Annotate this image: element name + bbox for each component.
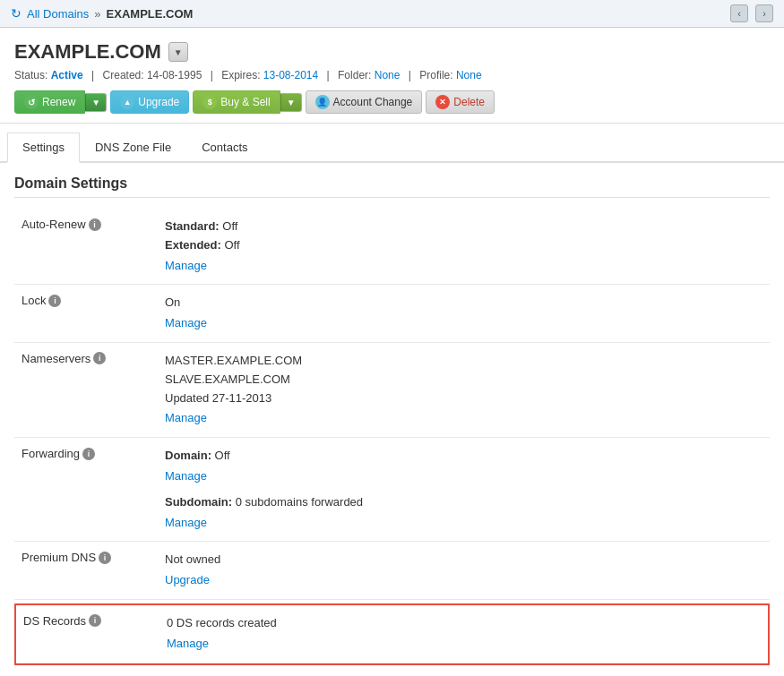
nameservers-manage-link[interactable]: Manage <box>165 409 762 428</box>
ds-records-label-cell: DS Records i <box>16 605 159 663</box>
domain-title-row: EXAMPLE.COM ▼ <box>14 40 770 64</box>
forwarding-label-cell: Forwarding i <box>14 438 158 542</box>
forwarding-info-icon[interactable]: i <box>82 448 95 460</box>
renew-button-group: ↺ Renew ▼ <box>14 90 107 114</box>
top-nav-bar: ↻ All Domains » EXAMPLE.COM ‹ › <box>0 0 784 28</box>
settings-table: Auto-Renew i Standard: Off Extended: Off… <box>14 209 770 676</box>
host-names-label-cell: Host Names i <box>14 669 158 676</box>
premium-dns-value-cell: Not owned Upgrade <box>158 542 770 600</box>
ds-records-label: DS Records i <box>23 614 152 628</box>
table-row: Auto-Renew i Standard: Off Extended: Off… <box>14 209 770 285</box>
domain-settings-section: Domain Settings Auto-Renew i Standard: O… <box>0 163 784 676</box>
expires-value[interactable]: 13-08-2014 <box>263 69 318 81</box>
forwarding-label: Forwarding i <box>22 447 151 460</box>
ds-records-info-icon[interactable]: i <box>89 614 101 627</box>
account-change-button[interactable]: 👤 Account Change <box>306 90 423 114</box>
premium-dns-info-icon[interactable]: i <box>99 552 111 564</box>
next-arrow-button[interactable]: › <box>755 4 773 22</box>
premium-dns-value: Not owned Upgrade <box>165 551 762 590</box>
domain-title: EXAMPLE.COM <box>14 40 161 64</box>
domain-settings-title: Domain Settings <box>14 175 770 198</box>
profile-value[interactable]: None <box>456 69 482 81</box>
prev-arrow-button[interactable]: ‹ <box>730 4 748 22</box>
breadcrumb-separator: » <box>94 7 100 21</box>
table-row: Lock i On Manage <box>14 285 770 343</box>
forwarding-subdomain-manage-link[interactable]: Manage <box>165 514 762 533</box>
profile-label: Profile: <box>419 69 452 81</box>
nameservers-value-cell: MASTER.EXAMPLE.COM SLAVE.EXAMPLE.COM Upd… <box>158 342 770 437</box>
table-row: Premium DNS i Not owned Upgrade <box>14 542 770 600</box>
domain-header: EXAMPLE.COM ▼ Status: Active | Created: … <box>0 28 784 124</box>
auto-renew-value: Standard: Off Extended: Off Manage <box>165 218 762 275</box>
table-row: Nameservers i MASTER.EXAMPLE.COM SLAVE.E… <box>14 342 770 437</box>
forwarding-value-cell: Domain: Off Manage Subdomain: 0 subdomai… <box>158 438 770 542</box>
premium-dns-upgrade-link[interactable]: Upgrade <box>165 571 762 590</box>
created-label: Created: <box>103 69 144 81</box>
buy-sell-button-group: $ Buy & Sell ▼ <box>193 90 301 114</box>
buy-sell-icon: $ <box>202 95 217 109</box>
status-label: Status: <box>14 69 47 81</box>
lock-label-cell: Lock i <box>14 285 158 343</box>
auto-renew-label-cell: Auto-Renew i <box>14 209 158 285</box>
folder-value[interactable]: None <box>375 69 401 81</box>
auto-renew-label: Auto-Renew i <box>22 218 151 231</box>
nav-arrows: ‹ › <box>730 4 773 22</box>
tab-contacts[interactable]: Contacts <box>186 133 263 163</box>
domain-dropdown-button[interactable]: ▼ <box>168 42 188 62</box>
ds-records-value-cell: 0 DS records created Manage <box>159 605 768 663</box>
tab-dns-zone-file[interactable]: DNS Zone File <box>80 133 186 163</box>
host-names-value-cell: 2 hostnames created Manage <box>158 669 770 676</box>
premium-dns-label-cell: Premium DNS i <box>14 542 158 600</box>
lock-info-icon[interactable]: i <box>48 295 61 307</box>
nameservers-info-icon[interactable]: i <box>93 352 106 364</box>
renew-icon: ↺ <box>24 95 39 109</box>
status-value: Active <box>51 69 83 81</box>
upgrade-button[interactable]: ▲ Upgrade <box>110 90 189 114</box>
ds-records-manage-link[interactable]: Manage <box>167 635 761 654</box>
breadcrumb: ↻ All Domains » EXAMPLE.COM <box>11 6 193 21</box>
nameservers-value: MASTER.EXAMPLE.COM SLAVE.EXAMPLE.COM Upd… <box>165 352 762 428</box>
lock-value: On Manage <box>165 294 762 333</box>
nameservers-label-cell: Nameservers i <box>14 342 158 437</box>
renew-button[interactable]: ↺ Renew <box>14 90 85 114</box>
auto-renew-info-icon[interactable]: i <box>89 218 101 231</box>
forwarding-domain-manage-link[interactable]: Manage <box>165 467 762 486</box>
ds-records-highlight-box: DS Records i 0 DS records created Manage <box>14 603 770 665</box>
forwarding-value: Domain: Off Manage Subdomain: 0 subdomai… <box>165 447 762 532</box>
renew-dropdown-button[interactable]: ▼ <box>85 93 107 112</box>
action-buttons: ↺ Renew ▼ ▲ Upgrade $ Buy & Sell ▼ 👤 Acc… <box>14 90 770 114</box>
created-value: 14-08-1995 <box>147 69 202 81</box>
delete-icon: ✕ <box>435 95 450 109</box>
delete-button[interactable]: ✕ Delete <box>426 90 495 114</box>
table-row: DS Records i 0 DS records created Manage <box>14 599 770 668</box>
buy-sell-button[interactable]: $ Buy & Sell <box>193 90 280 114</box>
nameservers-label: Nameservers i <box>22 352 151 365</box>
premium-dns-label: Premium DNS i <box>22 551 151 564</box>
lock-manage-link[interactable]: Manage <box>165 314 762 333</box>
tab-settings[interactable]: Settings <box>7 133 80 163</box>
domain-status-row: Status: Active | Created: 14-08-1995 | E… <box>14 69 770 81</box>
lock-value-cell: On Manage <box>158 285 770 343</box>
expires-label: Expires: <box>221 69 260 81</box>
lock-label: Lock i <box>22 294 151 307</box>
auto-renew-manage-link[interactable]: Manage <box>165 257 762 276</box>
auto-renew-value-cell: Standard: Off Extended: Off Manage <box>158 209 770 285</box>
refresh-icon[interactable]: ↻ <box>11 6 22 21</box>
tabs-bar: Settings DNS Zone File Contacts <box>0 133 784 163</box>
upgrade-icon: ▲ <box>120 95 134 109</box>
account-change-icon: 👤 <box>315 95 330 109</box>
table-row: Host Names i 2 hostnames created Manage <box>14 669 770 676</box>
table-row: Forwarding i Domain: Off Manage Subdomai… <box>14 438 770 542</box>
ds-records-value: 0 DS records created Manage <box>167 614 761 654</box>
all-domains-link[interactable]: All Domains <box>27 7 89 21</box>
current-domain-breadcrumb: EXAMPLE.COM <box>107 7 194 21</box>
folder-label: Folder: <box>338 69 371 81</box>
buy-sell-dropdown-button[interactable]: ▼ <box>280 93 302 112</box>
